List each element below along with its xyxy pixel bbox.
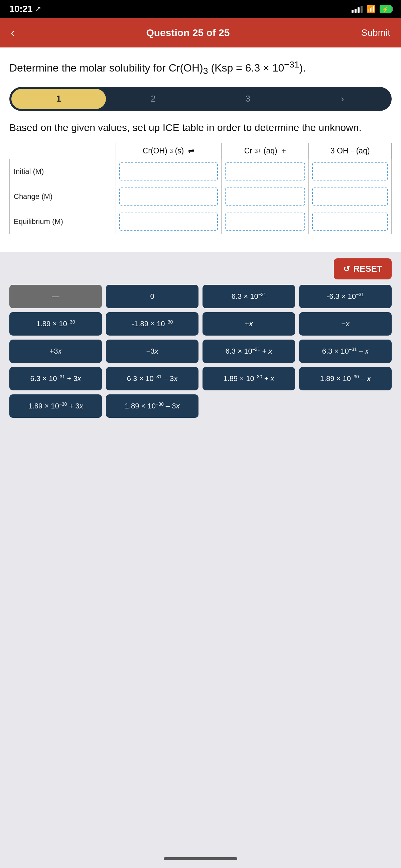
- calculator-grid: — 0 6.3 × 10−31 -6.3 × 10−31 1.89 × 10−3…: [9, 285, 392, 418]
- question-text: Determine the molar solubility for Cr(OH…: [9, 58, 392, 78]
- question-counter: Question 25 of 25: [146, 27, 229, 38]
- initial-cell-1[interactable]: [116, 159, 221, 184]
- calc-btn-1.89e-30[interactable]: 1.89 × 10−30: [9, 312, 102, 336]
- ice-table-wrapper: Cr(OH)3(s) ⇌ Cr3+(aq) + 3 OH−(aq): [9, 143, 392, 234]
- reset-icon: ↺: [343, 265, 350, 274]
- status-bar: 10:21 ↗ 📶 ⚡: [0, 0, 401, 18]
- ice-row-change: Change (M): [10, 184, 392, 209]
- equil-input-3[interactable]: [312, 213, 388, 230]
- change-cell-2[interactable]: [221, 184, 309, 209]
- calc-btn-1.89e-30-plus-x[interactable]: 1.89 × 10−30 + x: [203, 367, 295, 391]
- initial-input-1[interactable]: [119, 162, 218, 181]
- equil-cell-1[interactable]: [116, 209, 221, 234]
- tab-next-arrow[interactable]: ›: [295, 89, 390, 109]
- reaction-header-mid: Cr3+(aq) +: [224, 146, 306, 155]
- tab-step-2[interactable]: 2: [106, 89, 201, 109]
- calc-btn-6.3e-31-minus-x[interactable]: 6.3 × 10−31 – x: [299, 340, 392, 363]
- ice-row-initial: Initial (M): [10, 159, 392, 184]
- equil-cell-2[interactable]: [221, 209, 309, 234]
- home-bar: [164, 857, 237, 860]
- calc-btn-1.89e-30-minus-x[interactable]: 1.89 × 10−30 – x: [299, 367, 392, 391]
- calc-btn-6.3e-31[interactable]: 6.3 × 10−31: [203, 285, 295, 308]
- tab-step-3[interactable]: 3: [201, 89, 295, 109]
- home-indicator: [0, 639, 401, 868]
- change-cell-3[interactable]: [309, 184, 392, 209]
- reaction-header-right: 3 OH−(aq): [311, 146, 389, 155]
- bottom-fill: [0, 427, 401, 640]
- calc-btn-plus-3x[interactable]: +3x: [9, 340, 102, 363]
- row-label-equilibrium: Equilibrium (M): [10, 209, 116, 234]
- initial-cell-3[interactable]: [309, 159, 392, 184]
- status-icons: 📶 ⚡: [351, 5, 392, 13]
- empty-cell-1: [203, 394, 295, 418]
- row-label-change: Change (M): [10, 184, 116, 209]
- ice-table: Cr(OH)3(s) ⇌ Cr3+(aq) + 3 OH−(aq): [9, 143, 392, 234]
- initial-cell-2[interactable]: [221, 159, 309, 184]
- change-input-3[interactable]: [312, 187, 388, 206]
- wifi-icon: 📶: [367, 5, 376, 13]
- equil-input-1[interactable]: [119, 213, 218, 230]
- reaction-header-left: Cr(OH)3(s) ⇌: [119, 146, 219, 155]
- equil-input-2[interactable]: [225, 213, 305, 230]
- battery-icon: ⚡: [380, 5, 392, 13]
- equil-cell-3[interactable]: [309, 209, 392, 234]
- location-icon: ↗: [35, 5, 41, 13]
- calc-btn-neg-6.3e-31[interactable]: -6.3 × 10−31: [299, 285, 392, 308]
- change-cell-1[interactable]: [116, 184, 221, 209]
- calc-btn-plus-x[interactable]: +x: [203, 312, 295, 336]
- back-button[interactable]: ‹: [8, 23, 18, 42]
- submit-button[interactable]: Submit: [359, 25, 393, 41]
- calculator-area: ↺ RESET — 0 6.3 × 10−31 -6.3 × 10−31 1.8…: [0, 252, 401, 427]
- calc-btn-6.3e-31-plus-x[interactable]: 6.3 × 10−31 + x: [203, 340, 295, 363]
- row-label-initial: Initial (M): [10, 159, 116, 184]
- calc-btn-dash[interactable]: —: [9, 285, 102, 308]
- change-input-2[interactable]: [225, 187, 305, 206]
- calc-btn-6.3e-31-plus-3x[interactable]: 6.3 × 10−31 + 3x: [9, 367, 102, 391]
- signal-bars-icon: [351, 5, 363, 13]
- calc-btn-minus-3x[interactable]: −3x: [106, 340, 198, 363]
- main-content: Determine the molar solubility for Cr(OH…: [0, 48, 401, 252]
- calc-btn-1.89e-30-minus-3x[interactable]: 1.89 × 10−30 – 3x: [106, 394, 198, 418]
- nav-bar: ‹ Question 25 of 25 Submit: [0, 18, 401, 48]
- empty-cell-2: [299, 394, 392, 418]
- reset-row: ↺ RESET: [9, 258, 392, 279]
- tab-step-1[interactable]: 1: [11, 89, 106, 109]
- initial-input-2[interactable]: [225, 162, 305, 181]
- instruction-text: Based on the given values, set up ICE ta…: [9, 120, 392, 135]
- initial-input-3[interactable]: [312, 162, 388, 181]
- calc-btn-0[interactable]: 0: [106, 285, 198, 308]
- calc-btn-1.89e-30-plus-3x[interactable]: 1.89 × 10−30 + 3x: [9, 394, 102, 418]
- reset-label: RESET: [353, 264, 382, 274]
- calc-btn-minus-x[interactable]: −x: [299, 312, 392, 336]
- ice-row-equilibrium: Equilibrium (M): [10, 209, 392, 234]
- calc-btn-6.3e-31-minus-3x[interactable]: 6.3 × 10−31 – 3x: [106, 367, 198, 391]
- reset-button[interactable]: ↺ RESET: [334, 258, 392, 279]
- calc-btn-neg-1.89e-30[interactable]: -1.89 × 10−30: [106, 312, 198, 336]
- status-time: 10:21: [9, 4, 32, 14]
- change-input-1[interactable]: [119, 187, 218, 206]
- step-tabs: 1 2 3 ›: [9, 87, 392, 111]
